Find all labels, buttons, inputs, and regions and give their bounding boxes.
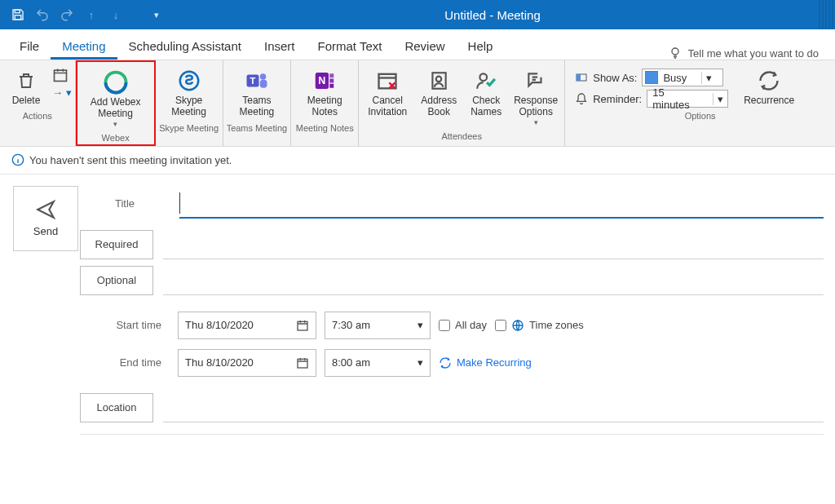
body-separator bbox=[80, 434, 824, 435]
group-options: Show As: Busy ▾ Reminder: 15 minutes ▾ bbox=[565, 60, 835, 146]
svg-rect-14 bbox=[329, 79, 334, 83]
reminder-value: 15 minutes bbox=[647, 86, 713, 111]
calendar-icon bbox=[296, 356, 309, 369]
show-as-value: Busy bbox=[658, 72, 701, 84]
required-button[interactable]: Required bbox=[80, 230, 153, 259]
end-time-picker[interactable]: 8:00 am ▾ bbox=[325, 349, 431, 377]
all-day-checkbox[interactable]: All day bbox=[439, 319, 487, 331]
group-webex-label: Webex bbox=[102, 133, 130, 143]
tab-format-text[interactable]: Format Text bbox=[306, 33, 393, 60]
location-input[interactable] bbox=[163, 393, 824, 422]
customize-qat-icon[interactable]: ▾ bbox=[147, 5, 166, 24]
group-teams-label: Teams Meeting bbox=[227, 123, 288, 133]
response-options-button[interactable]: Response Options ▾ bbox=[510, 64, 561, 130]
address-book-label: Address Book bbox=[421, 95, 457, 118]
title-bar: ↑ ↓ ▾ Untitled - Meeting bbox=[0, 0, 835, 29]
end-date-picker[interactable]: Thu 8/10/2020 bbox=[178, 349, 316, 377]
reminder-dropdown[interactable]: 15 minutes ▾ bbox=[647, 90, 728, 108]
delete-label: Delete bbox=[12, 95, 41, 106]
skype-icon bbox=[177, 67, 201, 95]
title-input[interactable] bbox=[179, 189, 824, 219]
location-button[interactable]: Location bbox=[80, 393, 153, 422]
all-day-label: All day bbox=[455, 319, 487, 331]
tab-review[interactable]: Review bbox=[393, 33, 456, 60]
chevron-down-icon: ▾ bbox=[713, 93, 727, 105]
send-button[interactable]: Send bbox=[13, 186, 78, 251]
optional-input[interactable] bbox=[163, 266, 824, 295]
group-actions: Delete → ▾ Actions bbox=[0, 60, 76, 146]
check-names-label: Check Names bbox=[471, 95, 501, 118]
ribbon: Delete → ▾ Actions Add Webex Meeting ▾ W… bbox=[0, 60, 835, 147]
required-input[interactable] bbox=[163, 230, 824, 259]
response-options-icon bbox=[525, 67, 546, 95]
show-as-dropdown[interactable]: Busy ▾ bbox=[642, 69, 723, 86]
info-icon bbox=[11, 153, 24, 166]
meeting-notes-button[interactable]: N Meeting Notes bbox=[294, 64, 355, 122]
group-options-label: Options bbox=[685, 111, 716, 121]
check-names-button[interactable]: Check Names bbox=[465, 64, 507, 122]
recurrence-label: Recurrence bbox=[744, 95, 794, 106]
tab-scheduling-assistant[interactable]: Scheduling Assistant bbox=[117, 33, 253, 60]
svg-rect-25 bbox=[298, 359, 307, 368]
address-book-button[interactable]: Address Book bbox=[416, 64, 462, 122]
chevron-down-icon: ▾ bbox=[418, 356, 423, 369]
svg-rect-3 bbox=[55, 70, 67, 81]
chevron-down-icon: ▾ bbox=[534, 118, 538, 126]
show-as-icon bbox=[575, 71, 588, 84]
next-item-icon[interactable]: ↓ bbox=[106, 5, 126, 24]
globe-icon bbox=[511, 319, 524, 332]
optional-button[interactable]: Optional bbox=[80, 266, 153, 295]
time-zones-label: Time zones bbox=[529, 319, 584, 331]
chevron-down-icon: ▾ bbox=[418, 319, 423, 331]
prev-item-icon[interactable]: ↑ bbox=[82, 5, 101, 24]
svg-point-18 bbox=[436, 77, 442, 82]
start-time-picker[interactable]: 7:30 am ▾ bbox=[325, 312, 431, 339]
teams-meeting-button[interactable]: T Teams Meeting bbox=[227, 64, 287, 122]
tab-file[interactable]: File bbox=[8, 33, 51, 60]
reminder-icon bbox=[575, 92, 588, 105]
time-zones-checkbox[interactable]: Time zones bbox=[495, 319, 584, 332]
teams-icon: T bbox=[245, 67, 269, 95]
response-options-label: Response Options bbox=[514, 95, 558, 118]
compose-area: Send Title Required Optional Start time … bbox=[0, 175, 835, 435]
svg-point-19 bbox=[480, 73, 488, 81]
notes-label: Meeting Notes bbox=[307, 95, 342, 118]
save-icon[interactable] bbox=[8, 5, 28, 24]
cancel-invitation-icon bbox=[376, 67, 399, 95]
group-webex: Add Webex Meeting ▾ Webex bbox=[76, 60, 156, 146]
redo-icon[interactable] bbox=[57, 5, 77, 24]
start-date-picker[interactable]: Thu 8/10/2020 bbox=[178, 312, 316, 339]
calendar-small-icon[interactable] bbox=[52, 67, 72, 83]
add-webex-meeting-button[interactable]: Add Webex Meeting ▾ bbox=[81, 65, 151, 131]
start-time-label: Start time bbox=[80, 319, 170, 331]
window-title: Untitled - Meeting bbox=[166, 8, 819, 22]
group-attendees: Cancel Invitation Address Book Check Nam… bbox=[359, 60, 565, 146]
undo-icon[interactable] bbox=[33, 5, 52, 24]
end-date-value: Thu 8/10/2020 bbox=[185, 356, 254, 369]
svg-rect-15 bbox=[329, 84, 334, 88]
make-recurring-label: Make Recurring bbox=[457, 356, 532, 369]
onenote-icon: N bbox=[312, 67, 337, 95]
svg-rect-21 bbox=[577, 74, 581, 81]
forward-small-icon[interactable]: → ▾ bbox=[52, 86, 72, 99]
group-skype: Skype Meeting Skype Meeting bbox=[156, 60, 223, 146]
cancel-invitation-button[interactable]: Cancel Invitation bbox=[362, 64, 413, 122]
tab-meeting[interactable]: Meeting bbox=[51, 33, 117, 60]
svg-rect-0 bbox=[15, 10, 20, 13]
chevron-down-icon: ▾ bbox=[113, 120, 117, 128]
info-bar-text: You haven't sent this meeting invitation… bbox=[29, 154, 232, 166]
tab-help[interactable]: Help bbox=[457, 33, 505, 60]
teams-label: Teams Meeting bbox=[240, 95, 275, 118]
lightbulb-icon bbox=[669, 46, 682, 60]
skype-meeting-button[interactable]: Skype Meeting bbox=[159, 64, 219, 122]
delete-button[interactable]: Delete bbox=[3, 64, 49, 109]
recurrence-button[interactable]: Recurrence bbox=[738, 64, 800, 109]
tab-insert[interactable]: Insert bbox=[253, 33, 307, 60]
start-date-value: Thu 8/10/2020 bbox=[185, 319, 254, 331]
busy-swatch bbox=[645, 71, 658, 84]
tell-me-search[interactable]: Tell me what you want to do bbox=[669, 46, 835, 60]
chevron-down-icon: ▾ bbox=[701, 72, 716, 84]
make-recurring-link[interactable]: Make Recurring bbox=[439, 356, 532, 369]
svg-rect-1 bbox=[15, 15, 21, 20]
group-notes-label: Meeting Notes bbox=[296, 123, 354, 133]
